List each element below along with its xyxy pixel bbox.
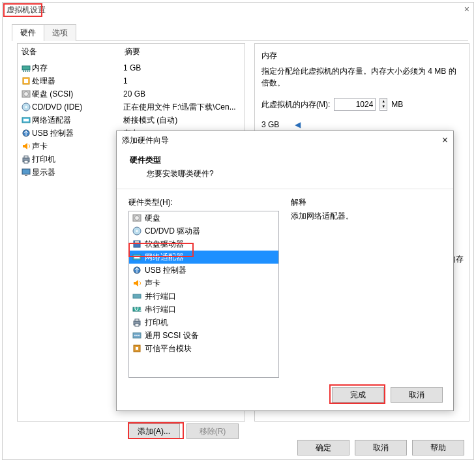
hw-type-item[interactable]: 打印机 [129, 316, 278, 329]
hw-row-name: 内存 [32, 63, 123, 74]
disk-icon [132, 213, 142, 223]
finish-button[interactable]: 完成 [332, 387, 384, 403]
hw-type-item-label: 硬盘 [145, 213, 160, 224]
hw-row-summary: 1 [123, 76, 242, 85]
hw-row[interactable]: 网络适配器桥接模式 (自动) [20, 114, 242, 127]
cd-icon [132, 226, 142, 236]
memory-desc: 指定分配给此虚拟机的内存量。内存大小必须为 4 MB 的倍数。 [261, 65, 462, 89]
floppy-icon [132, 239, 142, 249]
hw-header-summary: 摘要 [125, 46, 140, 57]
hw-row[interactable]: 硬盘 (SCSI)20 GB [20, 87, 242, 100]
hw-row-summary: 正在使用文件 F:\迅雷下载\Cen... [123, 102, 242, 113]
window-title: 虚拟机设置 [7, 5, 46, 16]
hw-type-item[interactable]: 可信平台模块 [129, 342, 278, 355]
hw-type-item[interactable]: 软盘驱动器 [129, 238, 278, 251]
hw-type-item[interactable]: 串行端口 [129, 303, 278, 316]
hw-type-item-label: 串行端口 [145, 304, 176, 315]
sound-icon [132, 278, 142, 288]
parallel-icon [132, 291, 142, 301]
add-button[interactable]: 添加(A)... [128, 424, 180, 439]
hw-row-summary: 桥接模式 (自动) [123, 115, 242, 126]
wizard-cancel-button[interactable]: 取消 [391, 387, 443, 403]
hw-type-item-label: 通用 SCSI 设备 [145, 330, 199, 341]
memory-label: 此虚拟机的内存(M): [261, 99, 330, 110]
hw-type-item-label: 可信平台模块 [145, 343, 192, 354]
hw-header: 设备 摘要 [18, 44, 245, 60]
title-bar: 虚拟机设置 × [3, 3, 473, 17]
hw-type-label: 硬件类型(H): [128, 197, 279, 208]
hw-row-name: 网络适配器 [32, 115, 123, 126]
add-remove-bar: 添加(A)... 移除(R) [128, 424, 239, 439]
hw-row-summary: 1 GB [123, 63, 242, 72]
cd-icon [20, 102, 32, 112]
explain-label: 解释 [291, 197, 441, 208]
memory-unit: MB [391, 100, 403, 109]
hw-type-item[interactable]: 网络适配器 [129, 251, 278, 264]
add-hardware-wizard: 添加硬件向导 × 硬件类型 您要安装哪类硬件? 硬件类型(H): 硬盘CD/DV… [116, 131, 454, 411]
hw-row-name: 硬盘 (SCSI) [32, 89, 123, 100]
help-button[interactable]: 帮助 [412, 440, 464, 455]
hw-type-item-label: CD/DVD 驱动器 [145, 226, 200, 237]
hw-row-name: 处理器 [32, 76, 123, 87]
dialog-buttons: 确定 取消 帮助 [297, 440, 464, 455]
wizard-header: 硬件类型 您要安装哪类硬件? [117, 149, 453, 189]
net-icon [20, 115, 32, 125]
hw-row[interactable]: 内存1 GB [20, 61, 242, 74]
memory-spinner[interactable]: ▲▼ [379, 98, 387, 111]
hw-type-item-label: 网络适配器 [145, 252, 184, 263]
hw-type-item[interactable]: 声卡 [129, 277, 278, 290]
hw-row-name: 显示器 [32, 167, 123, 178]
tab-bar: 硬件 选项 [12, 23, 468, 41]
slider-pointer-icon: ◀ [295, 120, 301, 129]
hw-row-summary: 20 GB [123, 89, 242, 99]
net-icon [132, 252, 142, 262]
scsi-icon [132, 330, 142, 341]
sound-icon [20, 141, 32, 151]
hw-row-name: USB 控制器 [32, 128, 123, 139]
hw-type-item-label: USB 控制器 [145, 265, 186, 276]
hw-type-item[interactable]: USB 控制器 [129, 264, 278, 277]
hw-row-name: 打印机 [32, 154, 123, 165]
close-icon[interactable]: × [464, 4, 469, 14]
hw-type-item-label: 打印机 [145, 317, 168, 328]
usb-icon [20, 128, 32, 138]
hw-header-device: 设备 [22, 46, 125, 57]
hw-type-item-label: 声卡 [145, 278, 160, 289]
explain-text: 添加网络适配器。 [291, 211, 441, 222]
memory-title: 内存 [261, 50, 462, 61]
memory-icon [20, 63, 32, 73]
printer-icon [20, 154, 32, 164]
hw-type-item[interactable]: CD/DVD 驱动器 [129, 224, 278, 238]
cpu-icon [20, 76, 32, 86]
disk-icon [20, 89, 32, 99]
wizard-title-bar: 添加硬件向导 × [117, 131, 453, 149]
memory-input[interactable] [334, 98, 376, 111]
ok-button[interactable]: 确定 [297, 440, 350, 455]
printer-icon [132, 317, 142, 328]
tab-hardware[interactable]: 硬件 [12, 24, 44, 41]
hw-row[interactable]: 处理器1 [20, 74, 242, 87]
remove-button: 移除(R) [186, 424, 239, 439]
hw-type-item[interactable]: 并行端口 [129, 290, 278, 303]
hw-type-item[interactable]: 硬盘 [129, 211, 278, 224]
wizard-title: 添加硬件向导 [122, 135, 442, 146]
wizard-heading: 硬件类型 [130, 155, 440, 166]
hw-type-listbox[interactable]: 硬盘CD/DVD 驱动器软盘驱动器网络适配器USB 控制器声卡并行端口串行端口打… [128, 211, 279, 378]
hw-type-item[interactable]: 通用 SCSI 设备 [129, 329, 278, 342]
hw-row[interactable]: CD/DVD (IDE)正在使用文件 F:\迅雷下载\Cen... [20, 100, 242, 114]
wizard-close-icon[interactable]: × [442, 134, 448, 146]
wizard-subheading: 您要安装哪类硬件? [147, 168, 440, 179]
usb-icon [132, 265, 142, 275]
display-icon [20, 167, 32, 177]
serial-icon [132, 304, 142, 315]
hw-row-name: CD/DVD (IDE) [32, 102, 123, 112]
tpm-icon [132, 343, 142, 354]
cancel-button[interactable]: 取消 [355, 440, 407, 455]
tab-options[interactable]: 选项 [44, 24, 76, 41]
hw-type-item-label: 软盘驱动器 [145, 239, 184, 250]
slider-label: 3 GB [261, 120, 279, 129]
hw-type-item-label: 并行端口 [145, 291, 176, 302]
hw-row-name: 声卡 [32, 141, 123, 152]
